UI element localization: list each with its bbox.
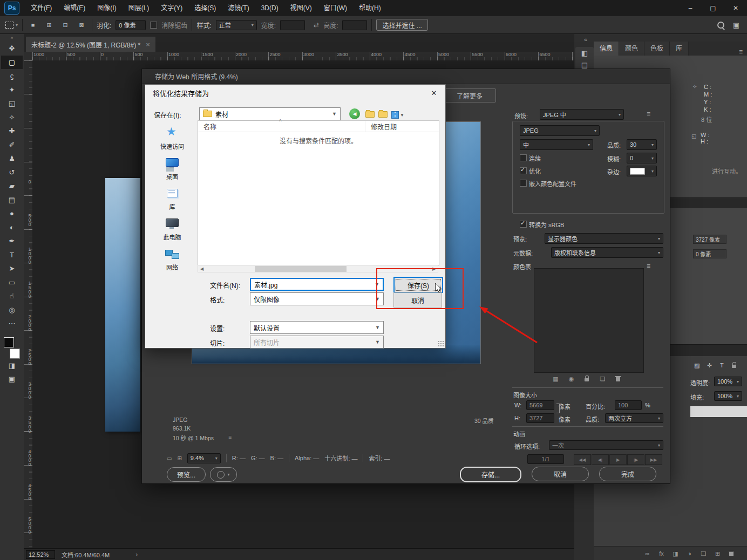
quick-mask-mode-button[interactable]: ◨ — [1, 359, 23, 373]
path-selection-tool[interactable]: ➤ — [1, 262, 23, 276]
opacity-select[interactable]: 100%▾ — [714, 377, 742, 386]
hand-tool[interactable]: ☝ — [1, 289, 23, 303]
tab-info[interactable]: 信息 — [594, 42, 619, 56]
layer-group-icon[interactable]: ❏ — [700, 550, 707, 557]
document-tab[interactable]: 未标题-2 @ 12.5% (图层 1, RGB/8#) * × — [26, 37, 155, 52]
preview-mode-select[interactable]: 显示器颜色▾ — [545, 233, 663, 244]
width-input[interactable]: 5669 — [526, 400, 554, 410]
intersect-selection-icon[interactable]: ⊠ — [76, 19, 87, 31]
lasso-tool[interactable]: ϛ — [1, 69, 23, 83]
lock-color-icon[interactable] — [583, 375, 590, 383]
file-list[interactable]: 名称 修改日期 ^ 没有与搜索条件匹配的项。 — [198, 120, 439, 266]
new-layer-icon[interactable]: ⊞ — [714, 550, 721, 557]
menu-item[interactable]: 文字(Y) — [155, 0, 188, 16]
up-one-level-button[interactable] — [365, 111, 375, 118]
antialias-checkbox[interactable] — [150, 22, 157, 29]
save-in-select[interactable]: 素材 ▼ — [199, 107, 341, 120]
preset-select[interactable]: JPEG 中▾ — [540, 109, 624, 120]
edit-toolbar-ellipsis[interactable]: ⋯ — [1, 317, 23, 331]
link-layers-icon[interactable]: ∞ — [644, 550, 651, 557]
fill-select[interactable]: 100%▾ — [714, 391, 742, 401]
lock-type-icon[interactable]: T — [720, 362, 724, 368]
embed-profile-checkbox[interactable] — [520, 180, 527, 187]
move-tool[interactable]: ✥ — [1, 42, 23, 56]
dialog-title-bar[interactable]: 存储为 Web 所用格式 (9.4%) — [142, 69, 670, 84]
tab-libraries[interactable]: 库 — [670, 42, 689, 56]
tool-preset-picker[interactable]: ▾ — [5, 22, 18, 29]
optimized-checkbox[interactable] — [520, 167, 527, 174]
close-button[interactable]: ✕ — [724, 0, 747, 16]
blur-input[interactable]: 0▾ — [627, 153, 657, 163]
delete-color-icon[interactable] — [615, 375, 622, 383]
snap-web-palette-icon[interactable]: ▦ — [552, 375, 559, 383]
next-frame-button[interactable]: |▶ — [627, 454, 644, 465]
browser-select-button[interactable]: ▾ — [210, 467, 237, 482]
tile-preview-icon[interactable]: ⊞ — [177, 455, 181, 461]
convert-srgb-checkbox[interactable] — [520, 221, 527, 228]
panel-menu-icon[interactable]: ≡ — [739, 48, 747, 56]
compression-select[interactable]: 中▾ — [520, 139, 593, 150]
libraries[interactable]: 库 — [148, 184, 196, 214]
layer-mask-icon[interactable]: ◨ — [672, 550, 679, 557]
lock-position-icon[interactable]: ✛ — [707, 362, 712, 369]
foreground-color-swatch[interactable] — [4, 337, 14, 347]
crop-tool[interactable]: ◱ — [1, 97, 23, 111]
first-frame-button[interactable]: ◀◀ — [574, 454, 591, 465]
eyedropper-tool[interactable]: ✧ — [1, 111, 23, 125]
workspace-switcher-icon[interactable]: ▣ — [733, 21, 739, 29]
height-input[interactable] — [342, 20, 367, 30]
brush-tool[interactable]: ✐ — [1, 138, 23, 152]
width-input[interactable] — [280, 20, 305, 30]
collapsed-panel-icon-2[interactable]: ▤ — [581, 61, 588, 69]
collapsed-panel-icon-1[interactable]: ◧ — [581, 49, 588, 57]
close-icon[interactable]: ✕ — [423, 85, 445, 101]
last-frame-button[interactable]: ▶▶ — [645, 454, 662, 465]
desktop[interactable]: 桌面 — [148, 154, 196, 184]
menu-item[interactable]: 图像(I) — [91, 0, 122, 16]
network[interactable]: 网络 — [148, 244, 196, 275]
height-value-box[interactable]: 0 像素 — [693, 249, 726, 258]
screen-mode-button[interactable]: ▣ — [1, 372, 23, 386]
select-and-mask-button[interactable]: 选择并遮住 ... — [376, 19, 427, 31]
menu-item[interactable]: 窗口(W) — [318, 0, 353, 16]
background-color-swatch[interactable] — [10, 349, 20, 359]
settings-select[interactable]: 默认设置 ▼ — [250, 321, 384, 334]
download-speed-menu-icon[interactable]: ≡ — [228, 434, 232, 440]
adjustment-layer-icon[interactable]: ◑ — [686, 550, 693, 557]
status-menu-chevron[interactable]: › — [135, 551, 138, 558]
layer-lock-icon[interactable] — [722, 423, 729, 431]
menu-item[interactable]: 选择(S) — [188, 0, 222, 16]
menu-item[interactable]: 视图(V) — [284, 0, 318, 16]
blur-tool[interactable]: ● — [1, 207, 23, 221]
menu-item[interactable]: 编辑(E) — [58, 0, 91, 16]
learn-more-button[interactable]: 了解更多 — [443, 88, 496, 103]
transparency-color-icon[interactable]: ◉ — [568, 375, 575, 383]
filename-input[interactable]: 素材.jpg ▼ — [250, 278, 384, 291]
format-select[interactable]: 仅限图像 ▼ — [250, 292, 384, 305]
progressive-checkbox[interactable] — [520, 154, 527, 161]
done-button[interactable]: 完成 — [599, 467, 656, 481]
metadata-select[interactable]: 版权和联系信息▾ — [551, 247, 663, 258]
search-icon[interactable] — [717, 22, 724, 29]
menu-item[interactable]: 帮助(H) — [353, 0, 387, 16]
zoom-select[interactable]: 9.4%▾ — [187, 453, 221, 463]
dialog-title-bar[interactable]: 将优化结果存储为 — [145, 85, 445, 101]
rectangle-tool[interactable]: ▭ — [1, 276, 23, 290]
collapse-panels-icon[interactable]: « — [584, 36, 587, 43]
previous-frame-button[interactable]: ◀| — [592, 454, 609, 465]
this-pc[interactable]: 此电脑 — [148, 214, 196, 244]
spot-healing-brush-tool[interactable]: ✚ — [1, 124, 23, 138]
preset-panel-menu-icon[interactable]: ≡ — [647, 110, 650, 118]
quick-selection-tool[interactable]: ✦ — [1, 83, 23, 97]
feather-input[interactable]: 0 像素 — [116, 20, 146, 30]
height-input[interactable]: 3727 — [526, 413, 554, 423]
scrollbar-thumb[interactable] — [255, 266, 347, 272]
selected-layer-row[interactable] — [690, 406, 747, 417]
zoom-level-input[interactable]: 12.52% — [26, 550, 55, 559]
swap-dimensions-icon[interactable]: ⇄ — [314, 21, 319, 29]
cancel-button[interactable]: 取消 — [532, 467, 589, 481]
gradient-tool[interactable]: ▤ — [1, 193, 23, 207]
rectangular-marquee-tool[interactable]: ▢ — [1, 56, 23, 70]
pen-tool[interactable]: ✒ — [1, 234, 23, 248]
percent-input[interactable]: 100 — [615, 400, 642, 410]
